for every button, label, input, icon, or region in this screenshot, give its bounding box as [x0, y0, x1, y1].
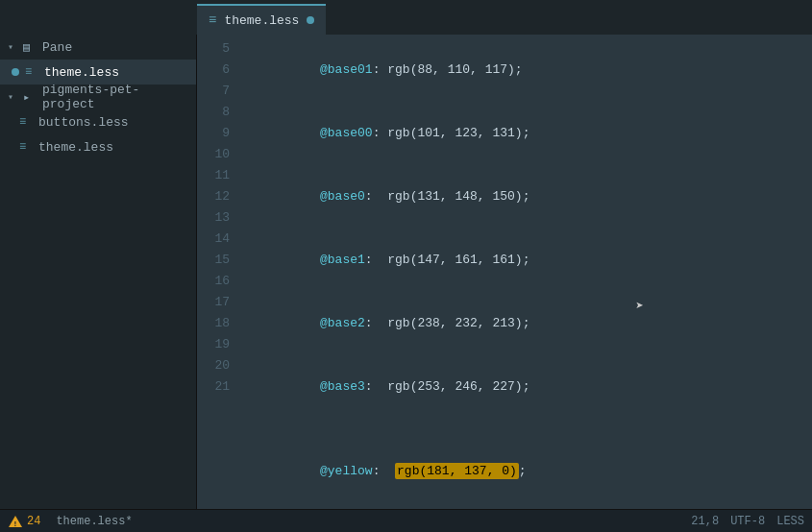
status-bar-right: 21,8 UTF-8 LESS — [691, 515, 804, 528]
less-file-icon: ≡ — [19, 140, 33, 154]
main-area: ▾ ▤ Pane ≡ theme.less ▾ ▸ pigments-pet-p… — [0, 35, 812, 509]
tab-modified-dot — [307, 16, 314, 24]
code-area[interactable]: @base01: rgb(88, 110, 117); @base00: rgb… — [237, 38, 812, 505]
less-file-icon: ≡ — [19, 115, 33, 129]
less-file-icon: ≡ — [25, 65, 38, 79]
sidebar: ▾ ▤ Pane ≡ theme.less ▾ ▸ pigments-pet-p… — [0, 35, 197, 509]
sidebar-item-theme-less[interactable]: ≡ theme.less — [0, 134, 196, 159]
editor-content: 5 6 7 8 9 10 11 12 13 14 15 16 17 18 19 … — [197, 35, 812, 509]
status-error-section: ! 24 — [8, 514, 40, 529]
sidebar-filename-theme: theme.less — [38, 140, 113, 155]
folder-icon: ▸ — [23, 90, 37, 105]
code-line-11 — [245, 419, 804, 440]
tab-label: theme.less — [224, 13, 299, 28]
sidebar-item-theme-less-active[interactable]: ≡ theme.less — [0, 60, 196, 85]
tab-bar: ≡ theme.less — [0, 0, 812, 35]
sidebar-filename-active: theme.less — [44, 65, 119, 80]
sidebar-pane-label: Pane — [42, 40, 72, 55]
editor-area[interactable]: 5 6 7 8 9 10 11 12 13 14 15 16 17 18 19 … — [197, 35, 812, 509]
sidebar-folder-label: pigments-pet-project — [42, 83, 188, 111]
error-count: 24 — [27, 515, 40, 528]
code-line-9: @base2: rgb(238, 232, 213); — [245, 292, 804, 355]
status-filename: theme.less* — [56, 515, 132, 528]
code-line-13: @orange: rgb(203, 75, 22); — [245, 503, 804, 505]
chevron-down-icon: ▾ — [8, 91, 17, 103]
status-bar-left: ! 24 theme.less* — [8, 514, 133, 529]
less-file-icon: ≡ — [209, 12, 216, 28]
code-line-5: @base01: rgb(88, 110, 117); — [245, 38, 804, 102]
code-line-10: @base3: rgb(253, 246, 227); — [245, 355, 804, 419]
warning-icon: ! — [8, 514, 23, 529]
tab-theme-less[interactable]: ≡ theme.less — [197, 4, 326, 35]
language: LESS — [776, 515, 804, 528]
sidebar-filename-buttons: buttons.less — [38, 115, 129, 130]
pane-icon: ▤ — [23, 40, 37, 55]
cursor-position: 21,8 — [691, 515, 719, 528]
svg-text:!: ! — [13, 520, 18, 528]
sidebar-folder-pigments[interactable]: ▾ ▸ pigments-pet-project — [0, 85, 196, 109]
code-line-6: @base00: rgb(101, 123, 131); — [245, 102, 804, 165]
sidebar-item-buttons-less[interactable]: ≡ buttons.less — [0, 109, 196, 134]
chevron-down-icon: ▾ — [8, 41, 17, 53]
code-line-12: @yellow: rgb(181, 137, 0); — [245, 440, 804, 503]
status-bar: ! 24 theme.less* 21,8 UTF-8 LESS — [0, 509, 812, 532]
encoding: UTF-8 — [730, 515, 765, 528]
code-line-7: @base0: rgb(131, 148, 150); — [245, 165, 804, 229]
line-numbers: 5 6 7 8 9 10 11 12 13 14 15 16 17 18 19 … — [197, 38, 237, 505]
code-line-8: @base1: rgb(147, 161, 161); — [245, 229, 804, 292]
active-indicator-dot — [12, 68, 19, 76]
sidebar-pane-header[interactable]: ▾ ▤ Pane — [0, 35, 196, 60]
